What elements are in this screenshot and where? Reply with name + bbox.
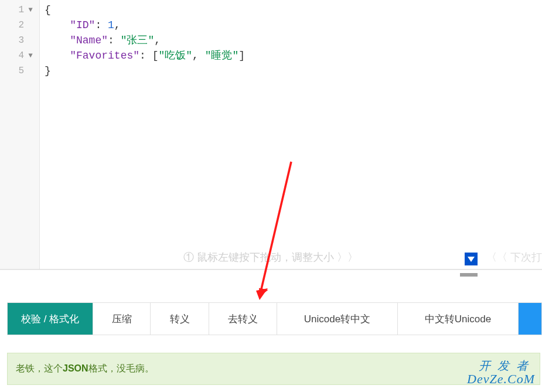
- watermark: 开发者 DevZe.CoM: [467, 360, 535, 386]
- unicode-to-cn-button[interactable]: Unicode转中文: [277, 303, 398, 335]
- status-message: 老铁，这个JSON格式，没毛病。 开发者 DevZe.CoM: [7, 353, 540, 385]
- line-number: 3: [18, 33, 24, 48]
- next-hint: 〈〈 下次打: [486, 250, 542, 264]
- unescape-button[interactable]: 去转义: [209, 303, 277, 335]
- line-number: 4: [18, 48, 24, 63]
- code-editor[interactable]: 1▼ 2 3 4▼ 5 { "ID": 1, "Name": "张三", "Fa…: [0, 0, 542, 270]
- action-toolbar: 校验 / 格式化 压缩 转义 去转义 Unicode转中文 中文转Unicode: [7, 302, 542, 335]
- more-button[interactable]: [519, 303, 541, 335]
- svg-marker-0: [468, 257, 475, 262]
- validate-format-button[interactable]: 校验 / 格式化: [8, 303, 93, 335]
- fold-toggle-icon[interactable]: ▼: [28, 48, 33, 63]
- escape-button[interactable]: 转义: [151, 303, 209, 335]
- line-gutter: 1▼ 2 3 4▼ 5: [0, 0, 40, 269]
- line-number: 2: [18, 18, 24, 33]
- code-content[interactable]: { "ID": 1, "Name": "张三", "Favorites": ["…: [40, 0, 542, 269]
- line-number: 5: [18, 63, 24, 79]
- fold-toggle-icon[interactable]: ▼: [28, 2, 33, 18]
- line-number: 1: [18, 2, 24, 18]
- cn-to-unicode-button[interactable]: 中文转Unicode: [398, 303, 519, 335]
- horizontal-scrollbar[interactable]: [460, 273, 478, 277]
- chevron-down-icon: [467, 255, 475, 263]
- dropdown-toggle[interactable]: [465, 253, 478, 265]
- compress-button[interactable]: 压缩: [93, 303, 151, 335]
